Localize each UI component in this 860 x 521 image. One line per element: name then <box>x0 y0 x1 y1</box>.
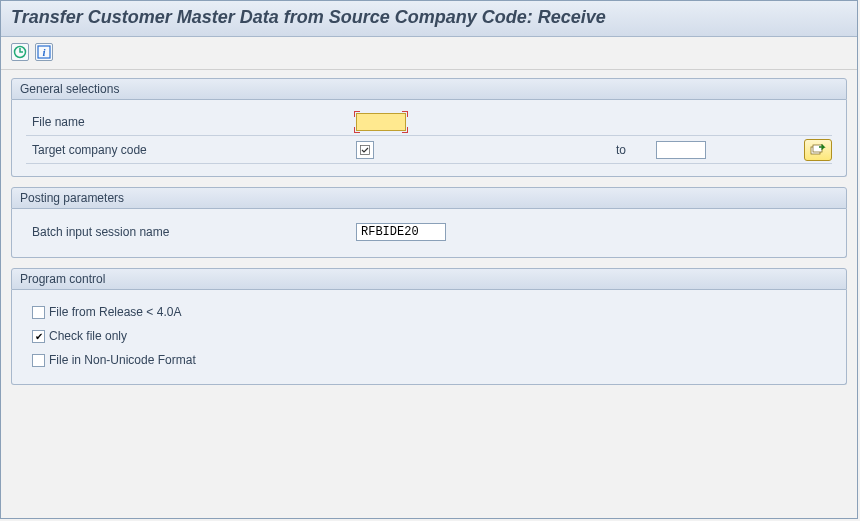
label-to: to <box>616 143 656 157</box>
group-header-posting: Posting parameters <box>11 187 847 209</box>
file-name-input[interactable] <box>356 113 406 131</box>
row-batch-session: Batch input session name <box>26 219 832 245</box>
multiple-selection-icon <box>810 143 826 157</box>
batch-session-input[interactable] <box>356 223 446 241</box>
toolbar: i <box>1 37 857 70</box>
group-program-control: Program control File from Release < 4.0A… <box>11 268 847 385</box>
label-file-name: File name <box>26 115 356 129</box>
label-target-company: Target company code <box>26 143 356 157</box>
checkbox-non-unicode[interactable] <box>32 354 45 367</box>
group-body-posting: Batch input session name <box>11 209 847 258</box>
svg-rect-3 <box>361 145 370 154</box>
group-header-program: Program control <box>11 268 847 290</box>
checkbox-file-release[interactable] <box>32 306 45 319</box>
app-window: Transfer Customer Master Data from Sourc… <box>0 0 858 519</box>
group-body-program: File from Release < 4.0A ✔ Check file on… <box>11 290 847 385</box>
checkbox-check-file-only[interactable]: ✔ <box>32 330 45 343</box>
info-icon: i <box>37 45 51 59</box>
multiple-selection-button[interactable] <box>804 139 832 161</box>
row-cb-non-unicode: File in Non-Unicode Format <box>26 348 832 372</box>
group-body-general: File name Target company code <box>11 100 847 177</box>
info-button[interactable]: i <box>35 43 53 61</box>
label-batch-session: Batch input session name <box>26 225 356 239</box>
group-posting-parameters: Posting parameters Batch input session n… <box>11 187 847 258</box>
row-cb-file-release: File from Release < 4.0A <box>26 300 832 324</box>
execute-icon <box>13 45 27 59</box>
value-help-icon <box>360 145 370 155</box>
target-company-to-input[interactable] <box>656 141 706 159</box>
group-header-general: General selections <box>11 78 847 100</box>
label-cb-check-file: Check file only <box>49 329 127 343</box>
svg-rect-5 <box>813 145 822 152</box>
svg-text:i: i <box>42 46 46 58</box>
row-cb-check-file: ✔ Check file only <box>26 324 832 348</box>
group-general-selections: General selections File name Target co <box>11 78 847 177</box>
execute-button[interactable] <box>11 43 29 61</box>
row-file-name: File name <box>26 110 832 136</box>
page-title: Transfer Customer Master Data from Sourc… <box>11 7 847 28</box>
title-bar: Transfer Customer Master Data from Sourc… <box>1 1 857 37</box>
label-cb-file-release: File from Release < 4.0A <box>49 305 181 319</box>
row-target-company: Target company code to <box>26 138 832 164</box>
target-company-from-input[interactable] <box>356 141 374 159</box>
content-area: General selections File name Target co <box>1 70 857 403</box>
label-cb-non-unicode: File in Non-Unicode Format <box>49 353 196 367</box>
